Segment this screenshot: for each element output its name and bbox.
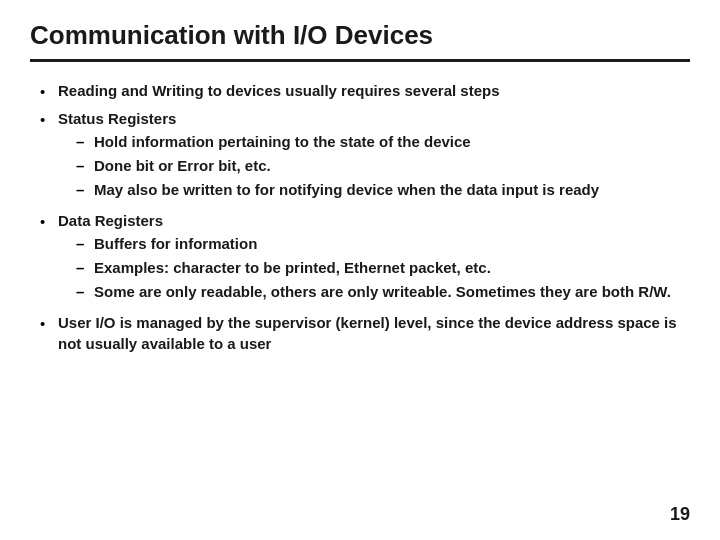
- sub-text: Done bit or Error bit, etc.: [94, 155, 271, 176]
- title-section: Communication with I/O Devices: [30, 20, 690, 62]
- bullet-text: Data Registers: [58, 212, 163, 229]
- sub-dash: –: [76, 233, 94, 254]
- sub-text: May also be written to for notifying dev…: [94, 179, 599, 200]
- list-item: – Some are only readable, others are onl…: [76, 281, 671, 302]
- sub-dash: –: [76, 179, 94, 200]
- bullet-text: User I/O is managed by the supervisor (k…: [58, 312, 690, 354]
- sub-dash: –: [76, 281, 94, 302]
- list-item: – Buffers for information: [76, 233, 671, 254]
- bullet-dot: •: [40, 312, 58, 334]
- list-item: – Done bit or Error bit, etc.: [76, 155, 599, 176]
- bullet-dot: •: [40, 210, 58, 232]
- bullet-dot: •: [40, 80, 58, 102]
- list-item: – Examples: character to be printed, Eth…: [76, 257, 671, 278]
- sub-text: Some are only readable, others are only …: [94, 281, 671, 302]
- list-item: – May also be written to for notifying d…: [76, 179, 599, 200]
- list-item: • Status Registers – Hold information pe…: [40, 108, 690, 204]
- content-area: • Reading and Writing to devices usually…: [30, 80, 690, 354]
- bullet-dot: •: [40, 108, 58, 130]
- list-item: – Hold information pertaining to the sta…: [76, 131, 599, 152]
- sub-dash: –: [76, 155, 94, 176]
- bullet-block: Status Registers – Hold information pert…: [58, 108, 599, 204]
- list-item: • User I/O is managed by the supervisor …: [40, 312, 690, 354]
- sub-text: Buffers for information: [94, 233, 257, 254]
- list-item: • Reading and Writing to devices usually…: [40, 80, 690, 102]
- slide-title: Communication with I/O Devices: [30, 20, 433, 50]
- list-item: • Data Registers – Buffers for informati…: [40, 210, 690, 306]
- sub-dash: –: [76, 257, 94, 278]
- bullet-text: Reading and Writing to devices usually r…: [58, 80, 500, 101]
- sub-dash: –: [76, 131, 94, 152]
- sub-items: – Hold information pertaining to the sta…: [76, 131, 599, 200]
- sub-items: – Buffers for information – Examples: ch…: [76, 233, 671, 302]
- slide: Communication with I/O Devices • Reading…: [0, 0, 720, 540]
- sub-text: Examples: character to be printed, Ether…: [94, 257, 491, 278]
- page-number: 19: [670, 504, 690, 525]
- sub-text: Hold information pertaining to the state…: [94, 131, 471, 152]
- bullet-text: Status Registers: [58, 110, 176, 127]
- bullet-block: Data Registers – Buffers for information…: [58, 210, 671, 306]
